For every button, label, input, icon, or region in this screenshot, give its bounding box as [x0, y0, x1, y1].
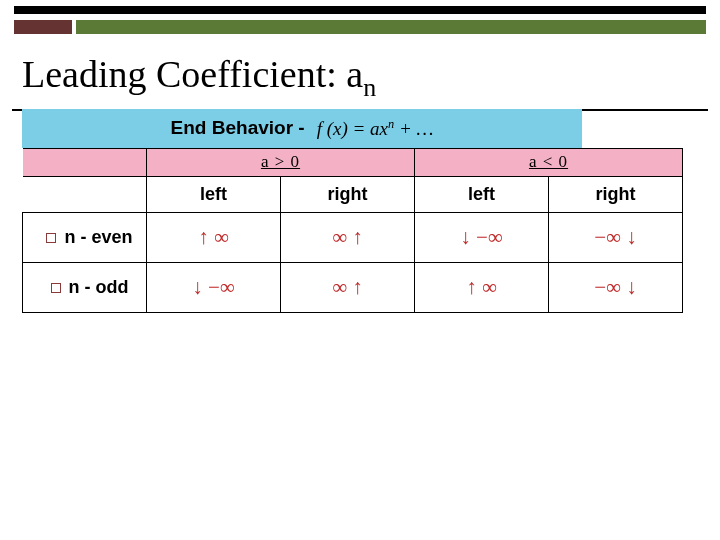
decorative-header-bars — [0, 0, 720, 44]
cell-even-pos-left: ↑ ∞ — [147, 212, 281, 262]
cell-even-neg-right: −∞ ↓ — [549, 212, 683, 262]
cell-odd-neg-right: −∞ ↓ — [549, 262, 683, 312]
end-behavior-header: End Behavior - f (x) = axn + … — [22, 109, 582, 148]
cell-odd-pos-right: ∞ ↑ — [281, 262, 415, 312]
cell-odd-neg-left: ↑ ∞ — [415, 262, 549, 312]
end-behavior-formula: f (x) = axn + … — [317, 117, 434, 140]
cell-even-pos-right: ∞ ↑ — [281, 212, 415, 262]
col-header-a-positive: a > 0 — [147, 148, 415, 176]
end-behavior-table: a > 0 a < 0 left right left right n - ev… — [22, 148, 698, 313]
table-header-sign-row: a > 0 a < 0 — [23, 148, 683, 176]
table-corner-blank-2 — [23, 176, 147, 212]
cell-odd-pos-left: ↓ −∞ — [147, 262, 281, 312]
table-corner-blank — [23, 148, 147, 176]
col-header-a-negative: a < 0 — [415, 148, 683, 176]
title-text: Leading Coefficient: a — [22, 53, 363, 95]
col-header-left-1: left — [147, 176, 281, 212]
end-behavior-label: End Behavior - — [171, 117, 305, 139]
col-header-right-2: right — [549, 176, 683, 212]
slide-title: Leading Coefficient: an — [0, 44, 720, 107]
table-row-even: n - even ↑ ∞ ∞ ↑ ↓ −∞ −∞ ↓ — [23, 212, 683, 262]
bullet-icon — [51, 283, 61, 293]
row-header-odd: n - odd — [23, 262, 147, 312]
table-header-leftright-row: left right left right — [23, 176, 683, 212]
col-header-left-2: left — [415, 176, 549, 212]
title-subscript: n — [363, 73, 376, 102]
cell-even-neg-left: ↓ −∞ — [415, 212, 549, 262]
row-header-even: n - even — [23, 212, 147, 262]
bullet-icon — [46, 233, 56, 243]
col-header-right-1: right — [281, 176, 415, 212]
table-row-odd: n - odd ↓ −∞ ∞ ↑ ↑ ∞ −∞ ↓ — [23, 262, 683, 312]
